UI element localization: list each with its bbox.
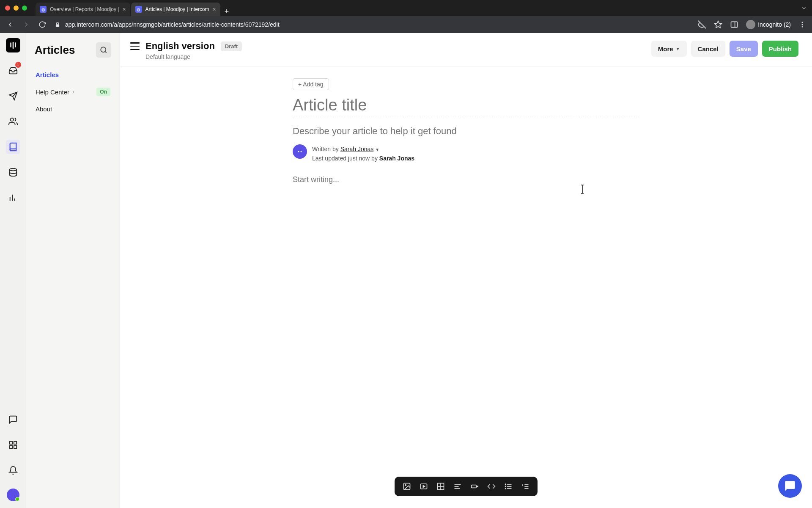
- svg-point-6: [802, 24, 803, 25]
- author-block: Written by Sarah Jonas▼ Last updated jus…: [293, 144, 639, 163]
- tab-title: Articles | Moodjoy | Intercom: [145, 6, 209, 12]
- rail-data[interactable]: [6, 165, 20, 179]
- minimize-window-icon[interactable]: [14, 6, 19, 11]
- draft-badge: Draft: [221, 41, 242, 51]
- insert-image-button[interactable]: [401, 480, 413, 493]
- article-body-input[interactable]: [293, 175, 639, 184]
- url-text: app.intercom.com/a/apps/nnsgmgob/article…: [65, 21, 280, 28]
- notification-dot-icon: [17, 63, 20, 66]
- star-icon[interactable]: [714, 20, 722, 29]
- cancel-button[interactable]: Cancel: [691, 41, 725, 57]
- svg-point-42: [505, 488, 506, 489]
- svg-point-14: [9, 168, 16, 171]
- menu-icon[interactable]: [798, 21, 806, 28]
- url-field[interactable]: app.intercom.com/a/apps/nnsgmgob/article…: [54, 21, 690, 28]
- intercom-logo-icon[interactable]: [6, 38, 20, 52]
- incognito-badge[interactable]: Incognito (2): [746, 20, 791, 29]
- browser-tab-2[interactable]: ◍ Articles | Moodjoy | Intercom ×: [131, 3, 220, 16]
- code-block-button[interactable]: [485, 480, 498, 493]
- svg-marker-29: [423, 486, 425, 488]
- author-name-dropdown[interactable]: Sarah Jonas: [340, 146, 374, 152]
- save-button[interactable]: Save: [730, 41, 758, 57]
- sidebar-item-label: Help Center: [36, 88, 69, 96]
- user-avatar[interactable]: [7, 489, 19, 501]
- insert-table-button[interactable]: [434, 480, 447, 493]
- svg-point-27: [405, 485, 406, 486]
- sidebar-item-articles[interactable]: Articles: [30, 67, 115, 83]
- sidebar-item-help-center[interactable]: Help Center › On: [30, 83, 115, 100]
- svg-rect-19: [14, 442, 16, 444]
- insert-button-button[interactable]: [468, 480, 481, 493]
- svg-point-41: [505, 486, 506, 487]
- add-tag-button[interactable]: + Add tag: [293, 78, 329, 90]
- rail-outbound[interactable]: [6, 89, 20, 103]
- url-bar-icons: Incognito (2): [698, 20, 806, 29]
- search-button[interactable]: [96, 42, 111, 58]
- sidebar-nav: Articles Help Center › On About: [26, 67, 120, 117]
- svg-rect-20: [14, 446, 16, 448]
- lock-icon: [54, 21, 61, 28]
- align-left-button[interactable]: [451, 480, 464, 493]
- hamburger-icon[interactable]: [130, 42, 140, 50]
- svg-line-23: [105, 51, 106, 52]
- last-updated-when: just now by: [346, 155, 379, 162]
- insert-video-button[interactable]: [417, 480, 430, 493]
- main-content: English version Draft Default language M…: [120, 33, 812, 508]
- reload-button[interactable]: [38, 20, 47, 29]
- save-label: Save: [736, 45, 751, 52]
- written-by-prefix: Written by: [312, 146, 340, 152]
- intercom-chat-launcher[interactable]: [778, 474, 802, 498]
- new-tab-button[interactable]: +: [221, 7, 233, 16]
- back-button[interactable]: [6, 20, 14, 29]
- version-subtitle: Default language: [145, 53, 242, 60]
- more-label: More: [658, 45, 673, 52]
- rail-inbox[interactable]: 1: [6, 64, 20, 78]
- incognito-icon: [746, 20, 755, 29]
- rail-reports[interactable]: [6, 190, 20, 205]
- browser-tab-strip: ◍ Overview | Reports | Moodjoy | × ◍ Art…: [0, 0, 812, 16]
- sidebar-title: Articles: [35, 44, 75, 57]
- app-frame: 1 Articles: [0, 33, 812, 508]
- eye-off-icon[interactable]: [698, 20, 706, 29]
- close-tab-icon[interactable]: ×: [122, 6, 126, 13]
- sidebar-item-label: About: [36, 105, 52, 113]
- written-by-line: Written by Sarah Jonas▼: [312, 144, 414, 154]
- svg-point-25: [301, 151, 302, 152]
- forward-button[interactable]: [22, 20, 30, 29]
- rail-messages[interactable]: [6, 412, 20, 427]
- svg-marker-2: [715, 21, 722, 28]
- svg-point-40: [505, 484, 506, 485]
- nav-rail: 1: [0, 33, 26, 508]
- browser-tabs: ◍ Overview | Reports | Moodjoy | × ◍ Art…: [36, 0, 232, 16]
- chevron-down-icon[interactable]: [801, 5, 807, 11]
- maximize-window-icon[interactable]: [22, 6, 27, 11]
- close-window-icon[interactable]: [5, 6, 10, 11]
- format-toolbar: [395, 477, 538, 496]
- article-description-input[interactable]: [293, 126, 639, 137]
- rail-contacts[interactable]: [6, 114, 20, 129]
- svg-point-24: [298, 151, 299, 152]
- rail-articles[interactable]: [6, 140, 20, 154]
- chevron-right-icon: ›: [73, 89, 74, 95]
- svg-rect-9: [12, 42, 14, 49]
- sidebar-item-about[interactable]: About: [30, 101, 115, 117]
- svg-rect-0: [56, 24, 59, 27]
- bullet-list-button[interactable]: [502, 480, 515, 493]
- last-updated-link[interactable]: Last updated: [312, 155, 346, 162]
- close-tab-icon[interactable]: ×: [213, 6, 216, 13]
- article-title-input[interactable]: [293, 96, 639, 117]
- svg-rect-36: [472, 485, 477, 488]
- publish-label: Publish: [769, 45, 792, 52]
- version-title: English version: [145, 41, 215, 52]
- rail-apps[interactable]: [6, 438, 20, 452]
- numbered-list-button[interactable]: [519, 480, 532, 493]
- intercom-favicon-icon: ◍: [135, 6, 142, 13]
- panel-icon[interactable]: [730, 20, 738, 29]
- rail-notifications[interactable]: [6, 463, 20, 478]
- svg-rect-18: [9, 442, 12, 444]
- more-button[interactable]: More ▼: [651, 41, 687, 57]
- browser-tab-1[interactable]: ◍ Overview | Reports | Moodjoy | ×: [36, 3, 130, 16]
- author-avatar-icon: [293, 144, 307, 159]
- intercom-favicon-icon: ◍: [40, 6, 47, 13]
- publish-button[interactable]: Publish: [762, 41, 798, 57]
